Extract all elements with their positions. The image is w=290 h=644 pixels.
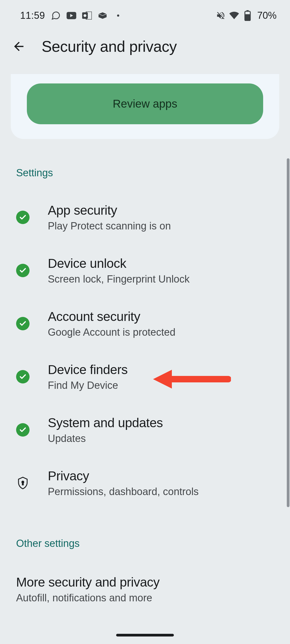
scrollbar[interactable] — [287, 158, 289, 507]
settings-item-subtitle: Permissions, dashboard, controls — [48, 486, 274, 497]
status-bar: 11:59 — [0, 0, 290, 30]
battery-percent: 70% — [257, 10, 277, 21]
settings-item-title: Account security — [48, 309, 274, 324]
arrow-back-icon — [12, 39, 26, 53]
outlook-icon — [82, 11, 92, 20]
app-bar: Security and privacy — [0, 30, 290, 74]
settings-text: System and updates Updates — [48, 415, 274, 444]
other-item-subtitle: Autofill, notifications and more — [16, 592, 274, 604]
shield-icon — [16, 476, 30, 490]
settings-text: Account security Google Account is prote… — [48, 309, 274, 338]
check-icon — [16, 370, 30, 383]
settings-item-privacy[interactable]: Privacy Permissions, dashboard, controls — [0, 456, 290, 510]
settings-item-title: System and updates — [48, 415, 274, 430]
settings-item-account-security[interactable]: Account security Google Account is prote… — [0, 297, 290, 350]
settings-item-subtitle: Updates — [48, 433, 274, 444]
settings-item-subtitle: Screen lock, Fingerprint Unlock — [48, 273, 274, 285]
settings-item-title: Device unlock — [48, 256, 274, 271]
review-apps-button[interactable]: Review apps — [27, 83, 263, 124]
more-notifications-dot — [117, 14, 119, 17]
other-item-title: More security and privacy — [16, 575, 274, 590]
settings-text: Device unlock Screen lock, Fingerprint U… — [48, 256, 274, 285]
check-icon — [16, 211, 30, 224]
status-left: 11:59 — [20, 10, 119, 21]
svg-rect-8 — [22, 482, 23, 485]
settings-text: App security Play Protect scanning is on — [48, 203, 274, 232]
review-card: Review apps — [11, 74, 279, 139]
check-icon — [16, 317, 30, 330]
box-icon — [98, 11, 107, 20]
youtube-icon — [67, 11, 76, 20]
settings-item-subtitle: Find My Device — [48, 380, 274, 391]
settings-item-subtitle: Google Account is protected — [48, 327, 274, 338]
battery-icon — [243, 11, 252, 20]
settings-item-device-finders[interactable]: Device finders Find My Device — [0, 350, 290, 403]
check-icon — [16, 423, 30, 437]
navigation-handle[interactable] — [116, 634, 174, 636]
check-icon — [16, 264, 30, 277]
wifi-icon — [229, 11, 239, 20]
svg-rect-6 — [245, 14, 250, 21]
settings-item-title: App security — [48, 203, 274, 218]
settings-item-subtitle: Play Protect scanning is on — [48, 220, 274, 232]
settings-text: Device finders Find My Device — [48, 362, 274, 391]
settings-text: Privacy Permissions, dashboard, controls — [48, 469, 274, 497]
settings-item-title: Device finders — [48, 362, 274, 377]
settings-item-device-unlock[interactable]: Device unlock Screen lock, Fingerprint U… — [0, 244, 290, 297]
settings-section-header: Settings — [0, 139, 290, 191]
settings-item-app-security[interactable]: App security Play Protect scanning is on — [0, 191, 290, 244]
page-title: Security and privacy — [42, 38, 177, 55]
whatsapp-icon — [51, 11, 61, 20]
settings-item-system-updates[interactable]: System and updates Updates — [0, 403, 290, 456]
other-settings-section-header: Other settings — [0, 510, 290, 561]
status-time: 11:59 — [20, 10, 45, 21]
mute-icon — [216, 11, 226, 20]
settings-item-more-security[interactable]: More security and privacy Autofill, noti… — [0, 561, 290, 617]
settings-item-title: Privacy — [48, 469, 274, 483]
svg-point-3 — [84, 14, 86, 17]
back-button[interactable] — [11, 38, 27, 54]
status-right: 70% — [216, 10, 277, 21]
